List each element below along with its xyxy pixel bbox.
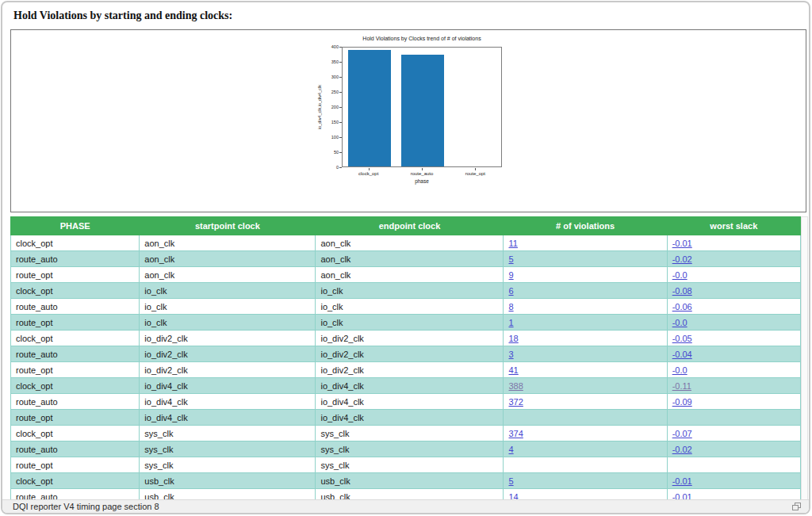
- worst-slack-link[interactable]: -0.01: [672, 476, 692, 486]
- phase-cell: route_auto: [11, 346, 140, 362]
- violations-link[interactable]: 11: [508, 239, 517, 248]
- startpoint-clock-cell: sys_clk: [140, 457, 316, 473]
- violations-cell: 4: [504, 441, 667, 457]
- worst-slack-link[interactable]: -0.08: [672, 286, 692, 296]
- table-row: route_optio_clkio_clk1-0.0: [11, 315, 801, 331]
- worst-slack-link[interactable]: -0.0: [672, 318, 688, 327]
- x-tick-label-route_auto: route_auto: [395, 171, 448, 176]
- chart-bar-route_auto: [401, 55, 444, 166]
- table-row: clock_optaon_clkaon_clk11-0.01: [11, 235, 801, 251]
- y-tick-label: 50: [318, 150, 339, 155]
- worst-slack-cell: [667, 410, 800, 426]
- worst-slack-link[interactable]: -0.07: [672, 429, 692, 438]
- restore-window-icon[interactable]: [792, 503, 801, 510]
- violations-cell: 6: [504, 283, 667, 299]
- restore-window-icon-front: [792, 505, 799, 510]
- worst-slack-cell: -0.0: [667, 362, 800, 378]
- startpoint-clock-cell: aon_clk: [140, 235, 316, 251]
- y-tick-mark: [339, 47, 342, 48]
- y-tick-mark: [339, 137, 342, 138]
- y-tick-mark: [339, 122, 342, 123]
- endpoint-clock-cell: io_clk: [316, 299, 504, 315]
- violations-cell: 9: [504, 267, 667, 283]
- endpoint-clock-cell: sys_clk: [316, 441, 504, 457]
- y-tick-mark: [339, 152, 342, 153]
- endpoint-clock-cell: usb_clk: [316, 473, 504, 489]
- page-title: Hold Violations by starting and ending c…: [13, 10, 232, 22]
- worst-slack-cell: -0.09: [667, 394, 800, 410]
- table-row: route_optio_div2_clkio_div2_clk41-0.0: [11, 362, 801, 378]
- worst-slack-link[interactable]: -0.01: [672, 239, 692, 248]
- y-tick-mark: [339, 62, 342, 63]
- startpoint-clock-cell: io_div2_clk: [140, 346, 316, 362]
- violations-link[interactable]: 4: [508, 445, 513, 454]
- violations-link[interactable]: 372: [508, 397, 523, 407]
- violations-link[interactable]: 5: [508, 476, 513, 486]
- violations-cell: 5: [504, 251, 667, 267]
- violations-cell: 41: [504, 362, 667, 378]
- x-tick-mark: [422, 168, 423, 170]
- worst-slack-cell: -0.0: [667, 267, 800, 283]
- startpoint-clock-cell: io_clk: [140, 299, 316, 315]
- worst-slack-link[interactable]: -0.09: [672, 397, 692, 407]
- table-scrollbar[interactable]: [801, 216, 808, 503]
- x-tick-mark: [475, 168, 476, 170]
- table-row: route_autoio_clkio_clk8-0.06: [11, 299, 801, 315]
- x-axis-label: phase: [342, 178, 502, 184]
- violations-link[interactable]: 6: [508, 286, 513, 296]
- y-tick-label: 400: [318, 44, 339, 50]
- table-row: clock_optio_div2_clkio_div2_clk18-0.05: [11, 331, 801, 346]
- status-text: DQI reporter V4 timing page section 8: [13, 502, 159, 511]
- violations-link[interactable]: 41: [508, 365, 518, 375]
- worst-slack-cell: -0.01: [667, 473, 800, 489]
- worst-slack-link[interactable]: -0.06: [672, 302, 692, 312]
- startpoint-clock-cell: sys_clk: [140, 441, 316, 457]
- phase-cell: route_auto: [11, 441, 140, 457]
- y-tick-mark: [339, 167, 342, 168]
- startpoint-clock-cell: io_div4_clk: [140, 378, 316, 394]
- table-header-row: PHASEstartpoint clockendpoint clock# of …: [11, 217, 801, 235]
- violations-link[interactable]: 374: [508, 429, 523, 438]
- worst-slack-link[interactable]: -0.02: [672, 254, 692, 264]
- endpoint-clock-cell: io_div2_clk: [316, 362, 504, 378]
- violations-link[interactable]: 8: [508, 302, 513, 312]
- worst-slack-cell: -0.02: [667, 251, 800, 267]
- violations-link[interactable]: 388: [508, 381, 523, 391]
- table-row: route_optio_div4_clkio_div4_clk: [11, 410, 801, 426]
- startpoint-clock-cell: io_clk: [140, 283, 316, 299]
- violations-cell: [504, 410, 667, 426]
- chart-title: Hold Violations by Clocks trend of # of …: [334, 36, 510, 41]
- table-row: route_autoio_div4_clkio_div4_clk372-0.09: [11, 394, 801, 410]
- report-window: Hold Violations by starting and ending c…: [1, 1, 810, 514]
- status-bar: DQI reporter V4 timing page section 8: [2, 499, 809, 513]
- phase-cell: route_auto: [11, 394, 140, 410]
- violations-link[interactable]: 9: [508, 270, 513, 280]
- endpoint-clock-cell: aon_clk: [316, 235, 504, 251]
- worst-slack-link[interactable]: -0.02: [672, 445, 692, 454]
- table-row: clock_optio_div4_clkio_div4_clk388-0.11: [11, 378, 801, 394]
- worst-slack-link[interactable]: -0.04: [672, 350, 692, 359]
- endpoint-clock-cell: io_div2_clk: [316, 346, 504, 362]
- worst-slack-link[interactable]: -0.0: [672, 270, 688, 280]
- x-tick-label-route_opt: route_opt: [449, 171, 502, 176]
- endpoint-clock-cell: io_clk: [316, 283, 504, 299]
- violations-cell: 18: [504, 331, 667, 346]
- startpoint-clock-cell: io_div4_clk: [140, 410, 316, 426]
- worst-slack-link[interactable]: -0.11: [672, 381, 691, 391]
- violations-link[interactable]: 18: [508, 334, 518, 343]
- worst-slack-link[interactable]: -0.05: [672, 334, 692, 343]
- x-tick-label-clock_opt: clock_opt: [342, 171, 395, 176]
- worst-slack-cell: -0.08: [667, 283, 800, 299]
- endpoint-clock-cell: aon_clk: [316, 251, 504, 267]
- violations-table: PHASEstartpoint clockendpoint clock# of …: [10, 216, 801, 505]
- endpoint-clock-cell: io_div2_clk: [316, 331, 504, 346]
- table-row: route_optaon_clkaon_clk9-0.0: [11, 267, 801, 283]
- worst-slack-link[interactable]: -0.0: [672, 365, 688, 375]
- plot-area: [342, 47, 502, 167]
- violations-cell: 372: [504, 394, 667, 410]
- y-tick-mark: [339, 77, 342, 78]
- violations-link[interactable]: 1: [508, 318, 513, 327]
- violations-link[interactable]: 5: [508, 254, 513, 264]
- violations-link[interactable]: 3: [508, 350, 513, 359]
- endpoint-clock-cell: io_div4_clk: [316, 378, 504, 394]
